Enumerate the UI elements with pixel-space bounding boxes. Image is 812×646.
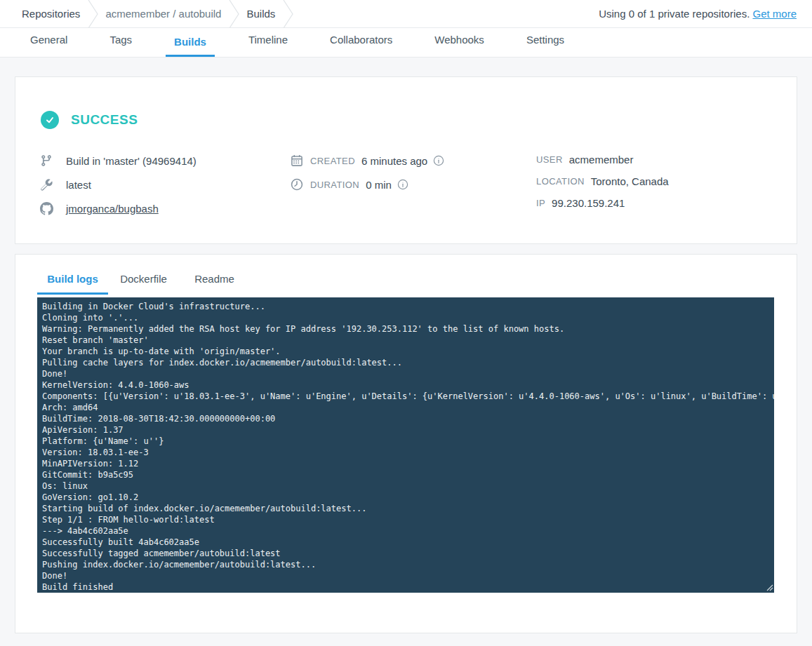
chevron-right-icon [229,0,240,28]
wrench-icon [39,179,53,191]
source-repo-link[interactable]: jmorganca/bugbash [66,203,159,215]
build-status: SUCCESS [41,111,773,129]
private-repo-usage: Using 0 of 1 private repositories. Get m… [599,8,797,20]
tab-settings[interactable]: Settings [518,34,573,57]
chevron-right-icon [283,0,294,28]
user-row: USER acmemember [536,149,773,170]
user-label: USER [536,154,563,165]
created-row: CREATED 6 minutes ago [290,149,536,173]
git-branch-icon [39,154,53,167]
breadcrumb-bar: Repositories acmemember / autobuild Buil… [0,0,812,28]
timing-column: CREATED 6 minutes ago DURATION 0 min [290,149,536,220]
tab-general[interactable]: General [22,34,76,57]
tab-timeline[interactable]: Timeline [240,34,296,57]
created-label: CREATED [310,156,355,166]
build-ref-row: Build in 'master' (94969414) [39,149,290,173]
tab-builds[interactable]: Builds [166,36,215,57]
duration-value: 0 min [366,179,392,191]
tab-webhooks[interactable]: Webhooks [426,34,493,57]
breadcrumb-builds[interactable]: Builds [246,8,275,20]
info-icon[interactable] [397,179,408,190]
tab-readme[interactable]: Readme [179,273,250,295]
build-ref-text: Build in 'master' (94969414) [66,155,197,167]
calendar-icon [290,154,304,167]
location-value: Toronto, Canada [591,175,669,187]
tab-tags[interactable]: Tags [101,34,140,57]
tab-collaborators[interactable]: Collaborators [321,34,401,57]
clock-icon [290,178,304,191]
info-icon[interactable] [433,155,444,166]
build-log-console[interactable]: Building in Docker Cloud's infrastructur… [37,297,774,593]
usage-text: Using 0 of 1 private repositories. [599,8,750,20]
main-content: SUCCESS Build in 'master' (94969414) lat… [0,58,812,633]
repo-tab-bar: General Tags Builds Timeline Collaborato… [0,28,812,58]
created-value: 6 minutes ago [361,155,427,167]
user-column: USER acmemember LOCATION Toronto, Canada… [536,149,773,220]
build-summary-card: SUCCESS Build in 'master' (94969414) lat… [15,76,797,244]
breadcrumb-repositories[interactable]: Repositories [22,8,80,20]
breadcrumb: Repositories acmemember / autobuild Buil… [22,0,300,27]
repo-link-row: jmorganca/bugbash [39,196,290,220]
tag-text: latest [66,179,91,191]
check-circle-icon [41,111,59,129]
get-more-link[interactable]: Get more [752,8,797,20]
user-value: acmemember [569,154,634,166]
status-badge: SUCCESS [71,112,138,128]
ip-value: 99.230.159.241 [552,197,625,209]
resize-grip-icon[interactable] [765,583,773,591]
log-tab-bar: Build logs Dockerfile Readme [37,273,775,295]
ip-row: IP 99.230.159.241 [536,192,773,214]
ip-label: IP [536,198,545,208]
duration-row: DURATION 0 min [290,173,536,196]
github-icon [39,202,53,215]
console-wrap: Building in Docker Cloud's infrastructur… [37,297,775,593]
build-logs-card: Build logs Dockerfile Readme Building in… [15,254,797,633]
location-label: LOCATION [536,176,585,187]
duration-label: DURATION [310,180,359,190]
source-column: Build in 'master' (94969414) latest jmor… [39,149,290,220]
tag-row: latest [39,173,290,196]
breadcrumb-repo[interactable]: acmemember / autobuild [105,8,221,20]
location-row: LOCATION Toronto, Canada [536,170,773,192]
tab-build-logs[interactable]: Build logs [37,273,108,295]
tab-dockerfile[interactable]: Dockerfile [108,273,179,295]
chevron-right-icon [88,0,99,28]
build-details: Build in 'master' (94969414) latest jmor… [39,149,773,220]
